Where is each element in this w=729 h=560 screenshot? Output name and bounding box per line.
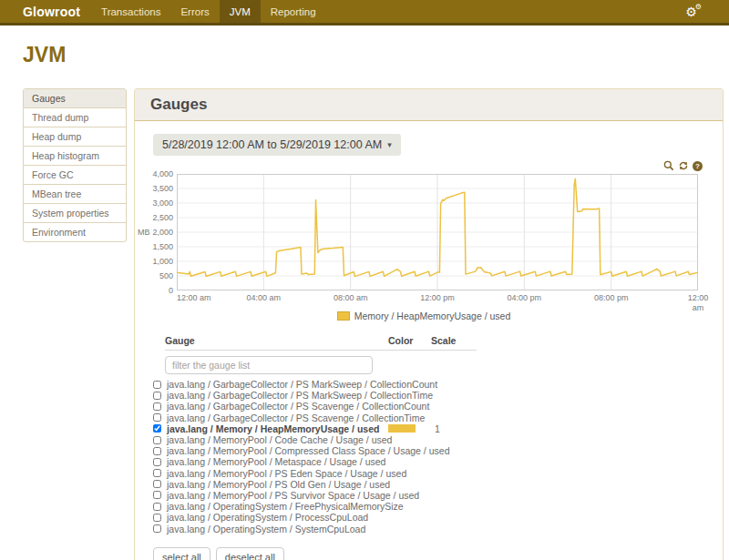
sidebar-item-system-properties[interactable]: System properties [24, 204, 126, 223]
chart-area: ? MB 05001,0001,5002,0002,5003,0003,5004… [149, 174, 703, 321]
chart-canvas [177, 174, 698, 290]
gauge-label: java.lang / GarbageCollector / PS MarkSw… [167, 390, 433, 401]
top-navbar: Glowroot TransactionsErrorsJVMReporting … [0, 0, 729, 25]
panel-title: Gauges [135, 89, 723, 121]
deselect-all-button[interactable]: deselect all [216, 547, 284, 560]
gauge-label: java.lang / OperatingSystem / FreePhysic… [167, 501, 404, 512]
chart-legend: Memory / HeapMemoryUsage / used [149, 311, 698, 321]
gauge-filter-input[interactable] [165, 356, 373, 374]
x-tick: 08:00 pm [594, 293, 629, 302]
gear-small-icon: ⚙ [695, 4, 702, 11]
zoom-out-icon[interactable] [663, 160, 674, 171]
y-tick: 500 [159, 271, 173, 280]
nav-item-errors[interactable]: Errors [170, 0, 219, 23]
gauge-label: java.lang / MemoryPool / PS Eden Space /… [167, 468, 406, 479]
page-title: JVM [23, 43, 729, 67]
gauge-label: java.lang / MemoryPool / Code Cache / Us… [167, 434, 392, 445]
x-tick: 08:00 am [334, 293, 368, 302]
gauge-checkbox[interactable] [153, 480, 161, 488]
sidebar-item-environment[interactable]: Environment [24, 223, 126, 241]
gauge-checkbox[interactable] [153, 491, 161, 499]
gauge-checkbox[interactable] [153, 447, 161, 455]
time-range-label: 5/28/2019 12:00 AM to 5/29/2019 12:00 AM [162, 138, 382, 151]
x-tick: 04:00 pm [508, 293, 542, 302]
gauge-row: java.lang / MemoryPool / Code Cache / Us… [153, 434, 703, 445]
gauge-checkbox[interactable] [153, 436, 161, 444]
gauge-row: java.lang / MemoryPool / Compressed Clas… [153, 445, 703, 456]
y-axis-ticks: MB 05001,0001,5002,0002,5003,0003,5004,0… [149, 174, 177, 290]
legend-label: Memory / HeapMemoryUsage / used [354, 311, 511, 321]
y-tick: 1,000 [152, 257, 173, 266]
sidebar-item-mbean-tree[interactable]: MBean tree [24, 185, 126, 204]
gauge-checkbox[interactable] [153, 413, 161, 422]
gauge-checkbox[interactable] [153, 392, 161, 400]
gauge-row: java.lang / MemoryPool / PS Old Gen / Us… [153, 479, 703, 490]
gauge-label: java.lang / GarbageCollector / PS Scaven… [167, 412, 425, 423]
sidebar-item-gauges[interactable]: Gauges [24, 89, 126, 108]
y-tick: 3,000 [152, 199, 173, 208]
gauge-checkbox[interactable] [153, 514, 161, 522]
gauge-checkbox[interactable] [153, 402, 161, 411]
y-tick: 2,000 [152, 228, 173, 237]
gauge-label: java.lang / OperatingSystem / ProcessCpu… [167, 512, 368, 523]
gauge-row: java.lang / GarbageCollector / PS Scaven… [153, 401, 703, 412]
gauges-panel: Gauges 5/28/2019 12:00 AM to 5/29/2019 1… [134, 88, 724, 560]
gauge-row: java.lang / GarbageCollector / PS MarkSw… [153, 390, 703, 401]
gauge-label: java.lang / GarbageCollector / PS MarkSw… [167, 379, 437, 390]
jvm-sidebar: GaugesThread dumpHeap dumpHeap histogram… [23, 88, 127, 242]
gauge-row: java.lang / MemoryPool / PS Survivor Spa… [153, 490, 703, 501]
gauge-label: java.lang / Memory / HeapMemoryUsage / u… [167, 423, 379, 434]
gauge-checkbox[interactable] [153, 458, 161, 466]
gauge-checkbox[interactable] [153, 381, 161, 389]
sidebar-item-heap-histogram[interactable]: Heap histogram [24, 147, 126, 166]
gauge-color-swatch [388, 424, 416, 433]
refresh-icon[interactable] [678, 160, 689, 171]
gauge-row: java.lang / GarbageCollector / PS MarkSw… [153, 379, 703, 390]
gauge-label: java.lang / OperatingSystem / SystemCpuL… [167, 524, 365, 535]
settings-gears-icon[interactable]: ⚙⚙ [685, 0, 703, 23]
gauge-label: java.lang / MemoryPool / PS Survivor Spa… [167, 490, 419, 501]
heap-memory-chart[interactable] [177, 174, 698, 290]
sidebar-item-heap-dump[interactable]: Heap dump [24, 127, 126, 147]
nav-item-reporting[interactable]: Reporting [261, 0, 326, 23]
panel-body: 5/28/2019 12:00 AM to 5/29/2019 12:00 AM… [135, 121, 723, 560]
header-scale: Scale [431, 335, 477, 346]
time-range-dropdown[interactable]: 5/28/2019 12:00 AM to 5/29/2019 12:00 AM… [153, 134, 401, 156]
x-tick: 04:00 am [247, 293, 282, 302]
y-tick: 1,500 [152, 242, 173, 251]
gauge-row: java.lang / MemoryPool / Metaspace / Usa… [153, 456, 703, 467]
gauge-checkbox[interactable] [153, 503, 161, 511]
gauge-label: java.lang / MemoryPool / Metaspace / Usa… [167, 456, 385, 467]
chart-controls: ? [663, 160, 703, 171]
content: GaugesThread dumpHeap dumpHeap histogram… [0, 88, 729, 560]
gauge-row: java.lang / Memory / HeapMemoryUsage / u… [153, 423, 703, 434]
legend-swatch [337, 311, 350, 321]
header-gauge: Gauge [165, 335, 388, 346]
y-tick: 0 [169, 286, 173, 295]
gauge-table-header: Gauge Color Scale [165, 335, 477, 351]
nav-item-transactions[interactable]: Transactions [91, 0, 170, 23]
y-tick: 2,500 [152, 213, 173, 222]
gauge-table: Gauge Color Scale java.lang / GarbageCol… [153, 335, 703, 560]
gauge-label: java.lang / MemoryPool / PS Old Gen / Us… [167, 479, 390, 490]
nav-item-jvm[interactable]: JVM [220, 0, 261, 23]
gauge-row: java.lang / OperatingSystem / FreePhysic… [153, 501, 703, 512]
sidebar-item-force-gc[interactable]: Force GC [24, 166, 126, 185]
chevron-down-icon: ▾ [387, 140, 392, 149]
y-tick: 4,000 [152, 169, 173, 178]
gauge-label: java.lang / GarbageCollector / PS Scaven… [167, 401, 429, 412]
plot-row: MB 05001,0001,5002,0002,5003,0003,5004,0… [149, 174, 703, 290]
sidebar-item-thread-dump[interactable]: Thread dump [24, 108, 126, 127]
gauge-buttons: select all deselect all [153, 547, 703, 560]
gauge-checkbox[interactable] [153, 469, 161, 477]
select-all-button[interactable]: select all [153, 547, 210, 560]
help-icon[interactable]: ? [693, 161, 703, 171]
gauge-checkbox[interactable] [153, 424, 161, 433]
gauge-checkbox[interactable] [153, 524, 161, 533]
navbar-menu: TransactionsErrorsJVMReporting [91, 0, 326, 23]
gauge-label: java.lang / MemoryPool / Compressed Clas… [167, 445, 449, 456]
gauge-row: java.lang / MemoryPool / PS Eden Space /… [153, 468, 703, 479]
glowroot-brand[interactable]: Glowroot [23, 0, 80, 23]
header-color: Color [388, 335, 431, 346]
gauge-scale-value: 1 [435, 423, 440, 434]
